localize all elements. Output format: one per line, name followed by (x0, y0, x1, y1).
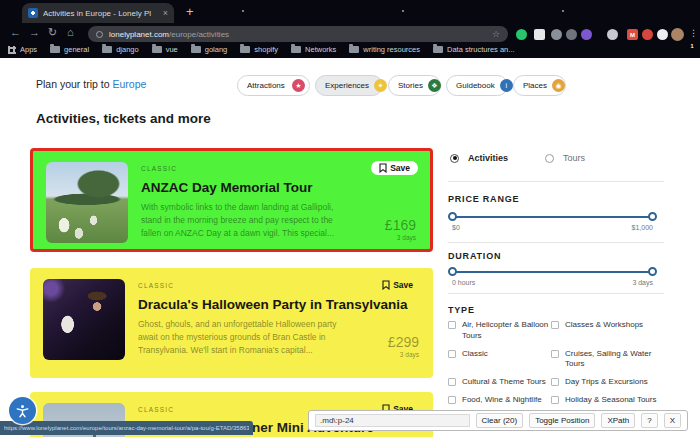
clear-button[interactable]: Clear (20) (476, 413, 524, 428)
help-button[interactable]: ? (641, 413, 657, 428)
bookmark-label: Data structures an... (447, 45, 515, 54)
bookmark-label: golang (205, 45, 228, 54)
toggle-position-button[interactable]: Toggle Position (529, 413, 595, 428)
bookmark-folder-general[interactable]: general (50, 45, 89, 54)
europe-link[interactable]: Europe (112, 78, 146, 90)
plan-trip-text: Plan your trip to Europe (36, 78, 146, 90)
v-icon[interactable] (551, 29, 562, 40)
card-price: £169 (385, 217, 416, 233)
checkbox[interactable] (448, 378, 456, 386)
pill-guidebook[interactable]: Guidebook i (446, 75, 508, 96)
tab-close-icon[interactable]: × (163, 8, 168, 18)
type-option-holiday[interactable]: Holiday & Seasonal Tours (551, 395, 664, 406)
grapes-icon[interactable]: 1 (581, 29, 592, 40)
checkbox[interactable] (551, 396, 559, 404)
duration-slider[interactable] (452, 271, 653, 273)
bookmark-label: Apps (20, 45, 37, 54)
activities-radio[interactable] (450, 154, 459, 163)
home-icon[interactable]: ⌂ (67, 26, 74, 38)
save-button[interactable]: Save (374, 278, 421, 292)
checkbox[interactable] (448, 396, 456, 404)
divider (448, 242, 664, 243)
card-description: Ghost, ghouls, and an unforgettable Hall… (138, 318, 350, 356)
card-description: With symbolic links to the dawn landing … (141, 201, 353, 239)
bookmark-folder-datastructures[interactable]: Data structures an... (433, 45, 515, 54)
dark-circle-icon[interactable] (566, 29, 577, 40)
pill-places[interactable]: Places ◉ (513, 75, 566, 96)
type-option-food[interactable]: Food, Wine & Nightlife (448, 395, 551, 406)
dracula-party-image (43, 279, 125, 360)
forward-icon[interactable]: → (29, 26, 40, 38)
notes-icon[interactable] (534, 29, 545, 40)
robot-icon[interactable] (607, 29, 618, 40)
back-icon[interactable]: ← (10, 26, 21, 38)
bookmark-folder-shopify[interactable]: shopify (240, 45, 278, 54)
checkbox[interactable] (551, 321, 559, 329)
duration-max-handle[interactable] (648, 267, 657, 276)
bookmark-folder-golang[interactable]: golang (191, 45, 228, 54)
site-info-icon[interactable] (96, 31, 103, 38)
checkbox[interactable] (551, 350, 559, 358)
reload-icon[interactable]: ↻ (48, 26, 57, 39)
bookmark-folder-vue[interactable]: vue (152, 45, 178, 54)
card-title[interactable]: ANZAC Day Memorial Tour (141, 180, 313, 195)
folder-icon (50, 46, 60, 53)
pill-stories[interactable]: Stories ❖ (388, 75, 441, 96)
activity-card-dracula[interactable]: CLASSIC Save Dracula's Halloween Party i… (30, 268, 433, 378)
tours-radio-label[interactable]: Tours (563, 153, 585, 163)
bookmark-folder-django[interactable]: django (102, 45, 139, 54)
accessibility-widget-button[interactable] (9, 397, 36, 424)
save-label: Save (390, 163, 410, 173)
new-tab-button[interactable]: + (186, 5, 194, 18)
price-min-label: $0 (452, 224, 460, 231)
status-url: https://www.lonelyplanet.com/europe/tour… (4, 425, 249, 431)
chat-icon[interactable] (516, 29, 527, 40)
pill-attractions[interactable]: Attractions ★ (237, 75, 310, 96)
browser-chrome: Activities in Europe - Lonely Pl × + ← →… (0, 0, 700, 58)
pocket-icon[interactable] (642, 29, 653, 40)
type-option-daytrips[interactable]: Day Trips & Excursions (551, 377, 664, 388)
star-ext-icon[interactable] (657, 29, 668, 40)
selector-input[interactable] (315, 414, 470, 427)
pill-label: Experiences (325, 81, 369, 90)
checkbox[interactable] (448, 321, 456, 329)
bookmark-folder-writing[interactable]: writing resources (349, 45, 420, 54)
card-title[interactable]: Dracula's Halloween Party in Transylvani… (138, 297, 408, 312)
price-max-handle[interactable] (648, 212, 657, 221)
pill-label: Guidebook (456, 81, 495, 90)
tours-radio[interactable] (545, 154, 554, 163)
close-tool-button[interactable]: X (664, 413, 681, 428)
bookmark-apps[interactable]: Apps (8, 45, 37, 54)
xpath-button[interactable]: XPath (601, 413, 635, 428)
duration-min-handle[interactable] (448, 267, 457, 276)
card-duration: 3 days (400, 351, 419, 358)
bookmark-label: vue (166, 45, 178, 54)
browser-menu-icon[interactable]: ⋮ (689, 28, 698, 38)
checkbox[interactable] (551, 378, 559, 386)
type-option-cultural[interactable]: Cultural & Theme Tours (448, 377, 551, 388)
save-button[interactable]: Save (371, 161, 418, 175)
type-option-classes[interactable]: Classes & Workshops (551, 320, 664, 342)
pill-experiences[interactable]: Experiences ✦ (315, 75, 383, 96)
activities-radio-label[interactable]: Activities (468, 153, 508, 163)
checkbox[interactable] (448, 350, 456, 358)
card-duration: 3 days (397, 234, 416, 241)
price-range-slider[interactable] (452, 216, 653, 218)
type-option-cruises[interactable]: Cruises, Sailing & Water Tours (551, 349, 664, 371)
browser-tab[interactable]: Activities in Europe - Lonely Pl × (22, 3, 174, 23)
selector-tool-bar: Clear (20) Toggle Position XPath ? X (308, 410, 688, 431)
mail-icon[interactable]: M (627, 29, 638, 40)
bookmark-folder-networks[interactable]: Networks (291, 45, 336, 54)
bookmark-star-icon[interactable]: ☆ (492, 29, 500, 39)
places-icon: ◉ (552, 79, 565, 92)
experiences-icon: ✦ (374, 79, 387, 92)
type-option-air[interactable]: Air, Helicopter & Balloon Tours (448, 320, 551, 342)
bookmark-icon (379, 163, 387, 173)
address-bar[interactable]: lonelyplanet.com/europe/activities ☆ (88, 26, 508, 42)
tab-title: Activities in Europe - Lonely Pl (43, 9, 158, 18)
avatar[interactable] (671, 28, 684, 41)
price-min-handle[interactable] (448, 212, 457, 221)
folder-icon (291, 46, 301, 53)
type-option-classic[interactable]: Classic (448, 349, 551, 371)
activity-card-anzac[interactable]: CLASSIC Save ANZAC Day Memorial Tour Wit… (30, 148, 433, 252)
